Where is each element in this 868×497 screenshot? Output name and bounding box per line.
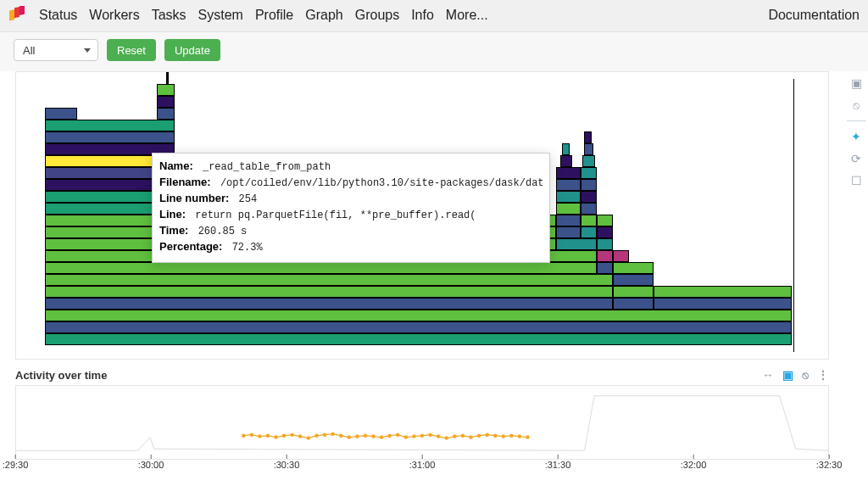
flame-bar[interactable] (613, 274, 654, 286)
flame-bar[interactable] (556, 238, 597, 250)
flame-row (16, 333, 828, 345)
activity-point (348, 435, 351, 438)
activity-point (364, 433, 367, 437)
dask-logo-icon (7, 5, 27, 25)
flame-bar[interactable] (581, 226, 597, 238)
flame-bar[interactable] (613, 262, 654, 274)
nav-profile[interactable]: Profile (255, 8, 293, 23)
filter-select[interactable]: All (14, 39, 98, 61)
flame-bar[interactable] (613, 250, 629, 262)
flame-bar[interactable] (45, 274, 614, 286)
activity-point (493, 433, 497, 437)
box-select-icon[interactable]: ▣ (851, 76, 862, 90)
activity-point (445, 436, 448, 439)
flame-bar[interactable] (584, 131, 593, 143)
flame-bar[interactable] (556, 226, 581, 238)
flame-bar[interactable] (582, 155, 595, 167)
flame-bar[interactable] (45, 333, 792, 345)
flame-bar[interactable] (556, 167, 581, 179)
flame-bar[interactable] (45, 321, 792, 333)
flame-row (16, 96, 828, 108)
activity-tools: ↔ ▣ ⍉ ⋮ (762, 368, 829, 382)
activity-point (250, 433, 253, 436)
axis-tick: :32:00 (681, 460, 707, 470)
activity-point (437, 434, 440, 438)
axis-tick: :32:30 (816, 460, 843, 470)
flame-row (16, 321, 828, 333)
flame-bar[interactable] (597, 226, 613, 238)
nav-workers[interactable]: Workers (89, 8, 139, 23)
flame-graph[interactable]: Name: _read_table_from_path Filename: /o… (15, 71, 829, 360)
flame-bar[interactable] (157, 96, 175, 108)
flame-bar[interactable] (556, 203, 581, 215)
flame-bar[interactable] (45, 120, 175, 131)
flame-row (16, 298, 828, 310)
plot-tools: ▣ ⍉ ✦ ⟳ ☐ (844, 71, 868, 480)
nav-more[interactable]: More... (446, 8, 488, 23)
flame-bar[interactable] (613, 286, 654, 298)
lasso-icon[interactable]: ⍉ (853, 98, 860, 112)
flame-bar[interactable] (581, 203, 597, 215)
nav-tasks[interactable]: Tasks (152, 8, 186, 23)
nav-info[interactable]: Info (411, 8, 434, 23)
flame-bar[interactable] (166, 72, 169, 84)
flame-bar[interactable] (597, 238, 613, 250)
activity-point (242, 433, 245, 437)
activity-point (274, 435, 277, 438)
flame-bar[interactable] (654, 298, 792, 310)
flame-bar[interactable] (581, 179, 597, 191)
flame-bar[interactable] (45, 310, 792, 321)
zoom-in-icon[interactable]: ⍉ (802, 368, 809, 382)
flame-bar[interactable] (562, 143, 570, 155)
flame-row (16, 84, 828, 96)
wheel-zoom-icon[interactable]: ✦ (851, 130, 861, 143)
activity-chart[interactable] (15, 385, 829, 460)
flame-bar[interactable] (556, 191, 581, 203)
flame-bar[interactable] (45, 131, 175, 143)
nav-groups[interactable]: Groups (355, 8, 399, 23)
more-icon[interactable]: ⋮ (817, 368, 829, 382)
flame-bar[interactable] (581, 191, 597, 203)
activity-point (387, 433, 391, 437)
activity-point (371, 434, 375, 438)
nav-graph[interactable]: Graph (305, 8, 342, 23)
flame-bar[interactable] (597, 215, 613, 226)
pan-icon[interactable]: ↔ (762, 368, 774, 382)
flame-bar[interactable] (45, 298, 614, 310)
activity-point (331, 432, 334, 435)
flame-row (16, 120, 828, 131)
reset-icon[interactable]: ⟳ (851, 152, 861, 165)
filter-select-label: All (23, 44, 35, 57)
reset-button[interactable]: Reset (107, 39, 156, 61)
flame-bar[interactable] (556, 179, 581, 191)
activity-point (266, 433, 270, 437)
box-zoom-icon[interactable]: ▣ (782, 368, 793, 382)
activity-point (420, 433, 424, 437)
update-button[interactable]: Update (164, 39, 220, 61)
toolbar: All Reset Update (0, 32, 868, 71)
flame-row (16, 262, 828, 274)
nav-documentation[interactable]: Documentation (768, 8, 860, 23)
flame-bar[interactable] (157, 84, 175, 96)
flame-bar[interactable] (581, 215, 597, 226)
frame-tooltip: Name: _read_table_from_path Filename: /o… (152, 153, 550, 263)
flame-bar[interactable] (45, 286, 614, 298)
flame-bar[interactable] (45, 262, 597, 274)
nav-system[interactable]: System (198, 8, 243, 23)
flame-bar[interactable] (581, 167, 597, 179)
axis-tick: :31:30 (545, 460, 571, 470)
flame-bar[interactable] (556, 215, 581, 226)
flame-bar[interactable] (613, 298, 654, 310)
flame-row (16, 72, 828, 84)
nav-status[interactable]: Status (39, 8, 77, 23)
flame-bar[interactable] (45, 108, 77, 120)
activity-point (453, 434, 456, 438)
flame-bar[interactable] (560, 155, 572, 167)
flame-bar[interactable] (654, 286, 792, 298)
flame-bar[interactable] (597, 262, 613, 274)
flame-bar[interactable] (584, 143, 593, 155)
flame-bar[interactable] (157, 108, 175, 120)
chevron-down-icon (84, 48, 91, 53)
flame-bar[interactable] (597, 250, 613, 262)
help-icon[interactable]: ☐ (851, 174, 862, 187)
